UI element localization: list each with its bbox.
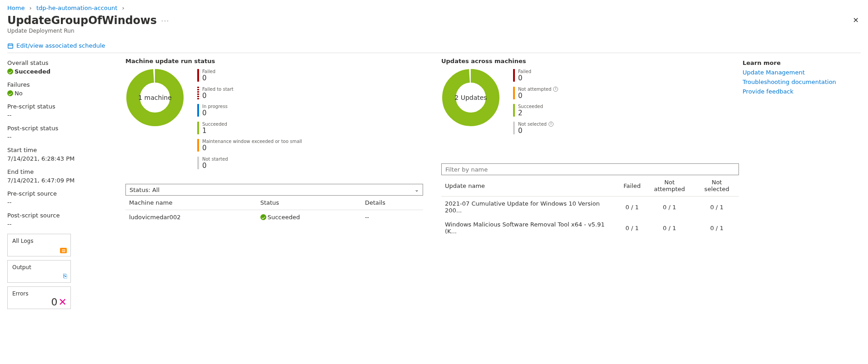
post-script-source-value: -- xyxy=(7,221,122,227)
stat-color-bar xyxy=(197,69,199,82)
logs-icon: ▤ xyxy=(60,248,67,253)
stat-item: Not attemptedi0 xyxy=(513,87,558,100)
stat-name: In progress xyxy=(202,104,228,109)
pre-script-status-label: Pre-script status xyxy=(7,103,122,110)
td-machine-status: Succeeded xyxy=(257,210,361,225)
updates-donut-chart: 2 Updates xyxy=(441,68,500,127)
post-script-source-label: Post-script source xyxy=(7,212,122,219)
stat-item: Not selectedi0 xyxy=(513,122,558,135)
th-machine-status[interactable]: Status xyxy=(257,196,361,210)
pre-script-source-label: Pre-script source xyxy=(7,190,122,197)
td-machine-name: ludovicmedar002 xyxy=(125,210,257,225)
stat-color-bar xyxy=(513,122,515,134)
overall-status-label: Overall status xyxy=(7,59,122,66)
link-feedback[interactable]: Provide feedback xyxy=(743,88,861,95)
learn-more-panel: Learn more Update Management Troubleshoo… xyxy=(743,58,861,309)
calendar-icon xyxy=(7,43,14,49)
status-filter[interactable]: Status: All ⌄ xyxy=(125,184,423,196)
stat-color-bar xyxy=(197,104,199,117)
stat-name: Failed xyxy=(202,69,215,74)
all-logs-label: All Logs xyxy=(12,238,33,244)
stat-color-bar xyxy=(513,87,515,99)
page-title: UpdateGroupOfWindows xyxy=(7,14,157,27)
machine-donut-chart: 1 machine xyxy=(125,68,185,127)
stat-name: Maintenance window exceeded or too small xyxy=(202,139,302,144)
stat-name: Succeeded xyxy=(202,122,227,127)
info-icon[interactable]: i xyxy=(553,87,558,92)
stat-item: Not started0 xyxy=(197,157,302,170)
sidebar: Overall status Succeeded Failures No Pre… xyxy=(7,58,122,309)
updates-stats: Failed0Not attemptedi0Succeeded2Not sele… xyxy=(513,68,558,134)
info-icon[interactable]: i xyxy=(549,122,554,127)
link-update-management[interactable]: Update Management xyxy=(743,69,861,76)
name-filter[interactable] xyxy=(441,163,739,175)
stat-color-bar xyxy=(197,157,199,169)
error-x-icon: ✕ xyxy=(59,296,67,308)
chevron-down-icon: ⌄ xyxy=(414,187,419,193)
page-subtitle: Update Deployment Run xyxy=(7,28,157,34)
td-update-name: Windows Malicious Software Removal Tool … xyxy=(441,217,620,238)
chevron-right-icon: › xyxy=(30,5,32,11)
start-time-label: Start time xyxy=(7,147,122,153)
machine-status-title: Machine update run status xyxy=(125,58,423,64)
stat-color-bar xyxy=(513,104,515,117)
more-icon[interactable]: ··· xyxy=(161,14,170,25)
all-logs-tile[interactable]: All Logs ▤ xyxy=(7,234,71,256)
stat-name: Not attemptedi xyxy=(518,87,558,92)
td-update-name: 2021-07 Cumulative Update for Windows 10… xyxy=(441,197,620,218)
edit-schedule-link[interactable]: Edit/view associated schedule xyxy=(16,42,105,49)
stat-value: 0 xyxy=(202,74,215,82)
th-update-name[interactable]: Update name xyxy=(441,175,620,197)
output-label: Output xyxy=(12,264,31,271)
stat-value: 0 xyxy=(518,74,531,82)
errors-tile[interactable]: Errors 0✕ xyxy=(7,286,71,309)
table-row[interactable]: 2021-07 Cumulative Update for Windows 10… xyxy=(441,197,739,218)
failures-value: No xyxy=(7,90,122,97)
failures-label: Failures xyxy=(7,81,122,88)
stat-item: Succeeded1 xyxy=(197,122,302,135)
name-filter-input[interactable] xyxy=(445,166,735,173)
stat-item: Failed to start0 xyxy=(197,87,302,100)
stat-item: In progress0 xyxy=(197,104,302,117)
machine-donut-label: 1 machine xyxy=(125,68,185,127)
stat-value: 0 xyxy=(202,162,228,170)
edit-schedule-label: Edit/view associated schedule xyxy=(16,42,105,49)
output-tile[interactable]: Output ⎘ xyxy=(7,260,71,283)
chevron-right-icon: › xyxy=(122,5,125,11)
td-na: 0 / 1 xyxy=(644,217,695,238)
th-not-attempted[interactable]: Not attempted xyxy=(644,175,695,197)
stat-value: 1 xyxy=(202,127,227,135)
table-row[interactable]: ludovicmedar002 Succeeded -- xyxy=(125,210,423,225)
updates-donut-label: 2 Updates xyxy=(441,68,500,127)
stat-value: 0 xyxy=(202,144,302,152)
td-failed: 0 / 1 xyxy=(620,197,644,218)
th-not-selected[interactable]: Not selected xyxy=(695,175,739,197)
errors-label: Errors xyxy=(12,290,29,297)
status-filter-label: Status: All xyxy=(130,187,160,193)
overall-status-value: Succeeded xyxy=(7,68,122,75)
breadcrumb-account[interactable]: tdp-he-automation-account xyxy=(36,5,118,11)
machines-table: Machine name Status Details ludovicmedar… xyxy=(125,196,423,224)
stat-value: 0 xyxy=(202,109,228,117)
breadcrumb-home[interactable]: Home xyxy=(7,5,25,11)
stat-item: Failed0 xyxy=(513,69,558,82)
stat-item: Maintenance window exceeded or too small… xyxy=(197,139,302,152)
td-machine-details: -- xyxy=(361,210,423,225)
th-machine-name[interactable]: Machine name xyxy=(125,196,257,210)
stat-item: Succeeded2 xyxy=(513,104,558,117)
link-troubleshooting[interactable]: Troubleshooting documentation xyxy=(743,79,861,85)
updates-table: Update name Failed Not attempted Not sel… xyxy=(441,175,739,238)
td-ns: 0 / 1 xyxy=(695,197,739,218)
stat-name: Not selectedi xyxy=(518,122,554,127)
stat-color-bar xyxy=(197,139,199,152)
th-machine-details[interactable]: Details xyxy=(361,196,423,210)
stat-name: Not started xyxy=(202,157,228,162)
updates-title: Updates across machines xyxy=(441,58,739,64)
stat-value: 0 xyxy=(202,92,234,100)
post-script-status-value: -- xyxy=(7,133,122,140)
table-row[interactable]: Windows Malicious Software Removal Tool … xyxy=(441,217,739,238)
td-failed: 0 / 1 xyxy=(620,217,644,238)
th-failed[interactable]: Failed xyxy=(620,175,644,197)
breadcrumb: Home › tdp-he-automation-account › xyxy=(7,4,861,14)
close-icon[interactable]: ✕ xyxy=(851,14,861,26)
